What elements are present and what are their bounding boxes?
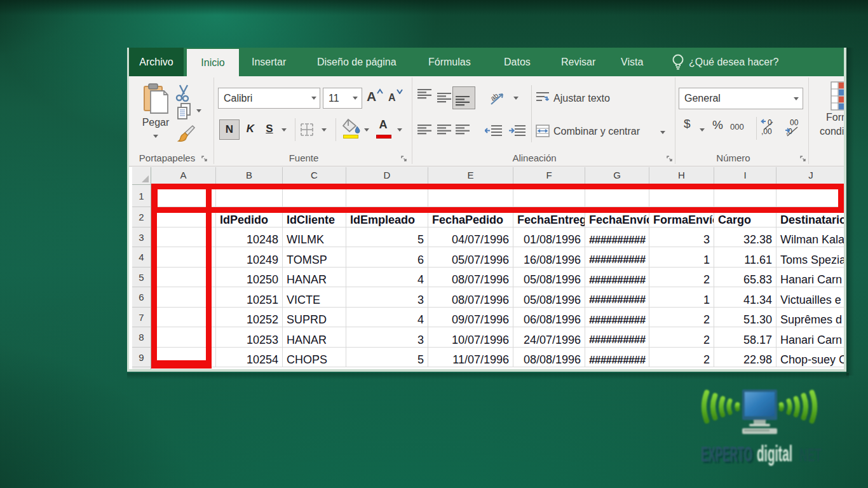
svg-text:EXPERTO: EXPERTO: [701, 442, 752, 466]
svg-text:NET: NET: [799, 444, 822, 465]
svg-text:digital: digital: [757, 441, 792, 466]
